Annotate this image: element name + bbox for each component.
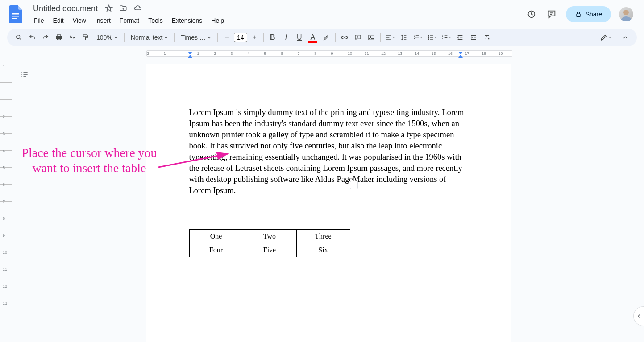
editing-mode-button[interactable] bbox=[598, 31, 613, 44]
ruler-tick: 8 bbox=[3, 216, 5, 221]
redo-icon[interactable] bbox=[39, 31, 52, 44]
ruler-tick: 10 bbox=[348, 51, 352, 56]
history-icon[interactable] bbox=[525, 8, 537, 21]
paint-format-icon[interactable] bbox=[79, 31, 92, 44]
ruler-tick: 13 bbox=[3, 301, 7, 305]
svg-point-21 bbox=[428, 37, 429, 38]
ruler-tick: 1 bbox=[197, 51, 199, 56]
print-icon[interactable] bbox=[53, 31, 65, 44]
table-cell[interactable]: Three bbox=[296, 229, 350, 243]
chevron-down-icon bbox=[208, 36, 211, 39]
italic-button[interactable]: I bbox=[280, 31, 292, 44]
titlebar: Untitled document File Edit View Insert … bbox=[0, 0, 644, 29]
ruler-tick: 1 bbox=[164, 51, 166, 56]
table-cell[interactable]: One bbox=[189, 229, 243, 243]
menu-edit[interactable]: Edit bbox=[50, 15, 67, 26]
ruler-tick: 3 bbox=[3, 132, 5, 136]
move-icon[interactable] bbox=[119, 4, 127, 12]
table-row[interactable]: One Two Three bbox=[189, 229, 350, 243]
horizontal-ruler[interactable]: 2112345678910111213141516171819 bbox=[12, 50, 644, 57]
ruler-tick: 14 bbox=[415, 51, 419, 56]
ruler-tick: 7 bbox=[298, 51, 300, 56]
ruler-tick: 1 bbox=[3, 64, 5, 68]
menu-file[interactable]: File bbox=[30, 15, 48, 26]
collapse-toolbar-icon[interactable] bbox=[619, 31, 632, 44]
annotation-arrow-icon bbox=[156, 152, 232, 169]
numbered-list-button[interactable]: 12 bbox=[440, 31, 453, 44]
bullet-list-button[interactable] bbox=[425, 31, 439, 44]
decrease-indent-button[interactable] bbox=[454, 31, 466, 44]
bold-button[interactable]: B bbox=[266, 31, 279, 44]
svg-rect-13 bbox=[83, 35, 87, 37]
insert-image-icon[interactable] bbox=[365, 31, 378, 44]
ruler-tick: 6 bbox=[281, 51, 283, 56]
decrease-fontsize-button[interactable]: − bbox=[220, 31, 233, 44]
search-icon[interactable] bbox=[12, 31, 25, 44]
doc-title[interactable]: Untitled document bbox=[30, 3, 100, 14]
ruler-tick: 17 bbox=[465, 51, 469, 56]
table-cell[interactable]: Four bbox=[189, 243, 243, 257]
checklist-button[interactable] bbox=[411, 31, 424, 44]
table-row[interactable]: Four Five Six bbox=[189, 243, 350, 257]
show-outline-button[interactable] bbox=[18, 68, 31, 81]
insert-link-icon[interactable] bbox=[338, 31, 351, 44]
underline-button[interactable]: U bbox=[293, 31, 306, 44]
paragraph-style-select[interactable]: Normal text bbox=[127, 34, 172, 41]
fontsize-input[interactable] bbox=[234, 33, 247, 42]
ruler-tick: 4 bbox=[247, 51, 249, 56]
ruler-tick: 15 bbox=[432, 51, 436, 56]
zoom-select[interactable]: 100% bbox=[93, 34, 121, 41]
ruler-tick: 2 bbox=[147, 51, 149, 56]
document-page[interactable]: Lorem Ipsum is simply dummy text of the … bbox=[146, 64, 511, 342]
share-button[interactable]: Share bbox=[566, 6, 611, 22]
table-cell[interactable]: Two bbox=[243, 229, 296, 243]
menu-insert[interactable]: Insert bbox=[91, 15, 114, 26]
menu-format[interactable]: Format bbox=[116, 15, 143, 26]
cloud-icon[interactable] bbox=[133, 4, 142, 12]
svg-line-44 bbox=[158, 154, 228, 167]
menu-extensions[interactable]: Extensions bbox=[168, 15, 206, 26]
ruler-tick: 10 bbox=[3, 250, 7, 255]
toolbar: 100% Normal text Times … − + B I U A bbox=[7, 29, 637, 46]
undo-icon[interactable] bbox=[26, 31, 38, 44]
lock-icon bbox=[575, 11, 582, 18]
text-color-button[interactable]: A bbox=[307, 31, 319, 44]
ruler-tick: 5 bbox=[3, 165, 5, 170]
increase-indent-button[interactable] bbox=[467, 31, 480, 44]
increase-fontsize-button[interactable]: + bbox=[248, 31, 261, 44]
svg-rect-2 bbox=[12, 18, 17, 19]
table-cell[interactable]: Six bbox=[296, 243, 350, 257]
svg-point-8 bbox=[17, 35, 20, 39]
docs-logo[interactable] bbox=[7, 5, 25, 23]
spellcheck-icon[interactable] bbox=[66, 31, 79, 44]
ruler-tick: 2 bbox=[214, 51, 216, 56]
menu-help[interactable]: Help bbox=[208, 15, 228, 26]
share-label: Share bbox=[586, 11, 602, 18]
chevron-down-icon bbox=[449, 36, 451, 39]
font-family-select[interactable]: Times … bbox=[177, 34, 214, 41]
table-cell[interactable]: Five bbox=[243, 243, 296, 257]
document-table[interactable]: One Two Three Four Five Six bbox=[189, 229, 350, 257]
star-icon[interactable] bbox=[105, 4, 113, 12]
clear-formatting-button[interactable] bbox=[481, 31, 493, 44]
svg-rect-0 bbox=[12, 13, 19, 15]
comments-icon[interactable] bbox=[545, 8, 558, 21]
svg-rect-15 bbox=[369, 35, 374, 40]
add-comment-icon[interactable] bbox=[352, 31, 364, 44]
ruler-tick: 2 bbox=[3, 115, 5, 119]
line-spacing-button[interactable] bbox=[398, 31, 410, 44]
highlight-button[interactable] bbox=[320, 31, 332, 44]
svg-point-7 bbox=[623, 10, 629, 15]
table-drag-handle-icon[interactable]: ⋮⋮ bbox=[350, 181, 358, 189]
style-value: Normal text bbox=[131, 34, 163, 41]
svg-line-9 bbox=[20, 38, 21, 40]
ruler-tick: 18 bbox=[482, 51, 486, 56]
svg-point-20 bbox=[428, 35, 429, 36]
align-button[interactable] bbox=[383, 31, 397, 44]
ruler-tick: 19 bbox=[499, 51, 503, 56]
chevron-down-icon bbox=[114, 36, 118, 39]
menu-view[interactable]: View bbox=[69, 15, 90, 26]
ruler-tick: 12 bbox=[381, 51, 386, 56]
menu-tools[interactable]: Tools bbox=[145, 15, 166, 26]
avatar[interactable] bbox=[619, 7, 633, 21]
